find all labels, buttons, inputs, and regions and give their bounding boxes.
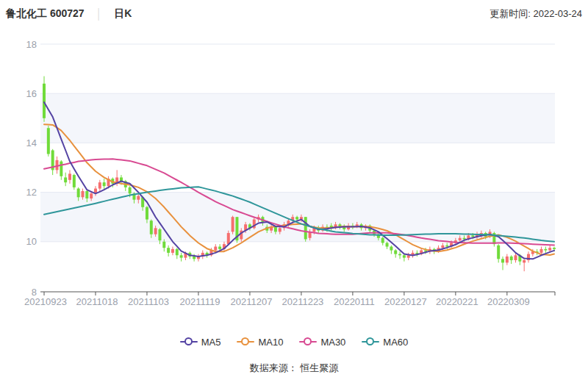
y-axis-tick-label: 12 xyxy=(26,187,37,198)
x-axis-tick-label: 20220309 xyxy=(487,296,530,307)
candle-up xyxy=(171,249,174,253)
candle-down xyxy=(274,227,277,232)
candle-down xyxy=(176,249,179,255)
y-axis-tick-label: 16 xyxy=(26,88,37,99)
candle-down xyxy=(398,254,401,256)
candle-down xyxy=(295,217,298,219)
candle-down xyxy=(463,238,466,240)
candle-up xyxy=(523,260,526,262)
x-axis-tick-label: 20211018 xyxy=(76,296,118,307)
y-grid: 81012141618 xyxy=(26,39,555,298)
stock-title: 鲁北化工 600727 xyxy=(6,7,85,21)
x-axis-tick-label: 20220111 xyxy=(334,296,375,307)
legend-label: MA10 xyxy=(258,337,283,348)
legend-item-ma5[interactable]: MA5 xyxy=(180,337,221,348)
candle-up xyxy=(137,196,140,200)
candle-down xyxy=(193,257,196,259)
candle-down xyxy=(381,238,384,243)
legend-label: MA30 xyxy=(320,337,345,348)
candle-down xyxy=(403,255,406,257)
header-divider: │ xyxy=(96,8,103,20)
candle-down xyxy=(544,249,547,251)
chart-legend: MA5MA10MA30MA60 xyxy=(0,332,588,351)
candle-down xyxy=(394,251,397,254)
grid-band xyxy=(40,93,555,143)
x-axis-tick-label: 20211223 xyxy=(282,296,323,307)
candle-down xyxy=(47,128,50,154)
candle-up xyxy=(98,182,101,188)
candle-down xyxy=(501,259,504,262)
candle-down xyxy=(471,235,474,237)
candle-down xyxy=(553,248,556,249)
candle-up xyxy=(441,245,444,248)
candle-down xyxy=(60,162,62,176)
candle-down xyxy=(386,243,389,246)
ma30-legend-icon xyxy=(299,337,317,346)
candle-up xyxy=(514,255,517,260)
y-axis-tick-label: 18 xyxy=(26,39,37,50)
candle-up xyxy=(227,233,230,244)
legend-item-ma60[interactable]: MA60 xyxy=(362,337,408,348)
ma60-legend-icon xyxy=(362,337,379,346)
candle-down xyxy=(390,247,392,251)
candle-down xyxy=(158,229,161,240)
candle-up xyxy=(154,228,157,234)
candle-up xyxy=(214,247,217,251)
kline-chart: 8101214161820210923202110182021110320211… xyxy=(0,26,588,335)
candle-down xyxy=(43,84,46,118)
candle-up xyxy=(90,193,93,198)
candle-up xyxy=(459,238,462,240)
ma5-legend-icon xyxy=(180,337,198,346)
period-label-daily-k: 日K xyxy=(114,7,132,21)
candle-down xyxy=(146,207,148,220)
candle-down xyxy=(167,248,170,253)
candle-down xyxy=(103,182,106,186)
candle-down xyxy=(73,175,76,187)
candle-down xyxy=(445,245,448,247)
x-axis-tick-label: 20210923 xyxy=(24,296,67,307)
x-axis-tick-label: 20211119 xyxy=(179,296,220,307)
y-axis-tick-label: 14 xyxy=(26,137,37,148)
candle-up xyxy=(68,173,71,179)
candle-up xyxy=(540,249,543,253)
candle-down xyxy=(162,242,165,248)
candle-down xyxy=(218,247,221,249)
x-axis-tick-label: 20220127 xyxy=(384,296,427,307)
x-axis-tick-label: 20220221 xyxy=(436,296,478,307)
legend-item-ma10[interactable]: MA10 xyxy=(237,337,283,348)
data-source-note: 数据来源： 恒生聚源 xyxy=(0,362,588,375)
candle-down xyxy=(180,255,183,257)
candle-up xyxy=(506,257,509,262)
ma10-legend-icon xyxy=(237,337,254,346)
candle-down xyxy=(510,257,513,260)
candle-up xyxy=(81,191,84,197)
legend-item-ma30[interactable]: MA30 xyxy=(299,337,345,348)
chart-header: 鲁北化工 600727 │ 日K xyxy=(6,6,132,22)
legend-label: MA60 xyxy=(383,337,408,348)
candle-down xyxy=(77,189,80,198)
candle-down xyxy=(64,177,67,182)
candle-down xyxy=(304,217,307,239)
x-axis-tick-label: 20211207 xyxy=(230,296,272,307)
candle-up xyxy=(548,248,551,250)
candle-up xyxy=(232,217,234,232)
legend-label: MA5 xyxy=(201,337,221,348)
candle-down xyxy=(150,221,153,234)
update-time: 更新时间: 2022-03-24 xyxy=(490,7,582,21)
x-axis: 2021092320211018202111032021111920211207… xyxy=(24,292,555,307)
x-axis-tick-label: 20211103 xyxy=(128,296,169,307)
candle-up xyxy=(279,228,282,232)
candle-down xyxy=(129,187,132,193)
candle-down xyxy=(85,191,88,198)
y-axis-tick-label: 10 xyxy=(26,236,37,247)
candle-down xyxy=(497,245,500,259)
